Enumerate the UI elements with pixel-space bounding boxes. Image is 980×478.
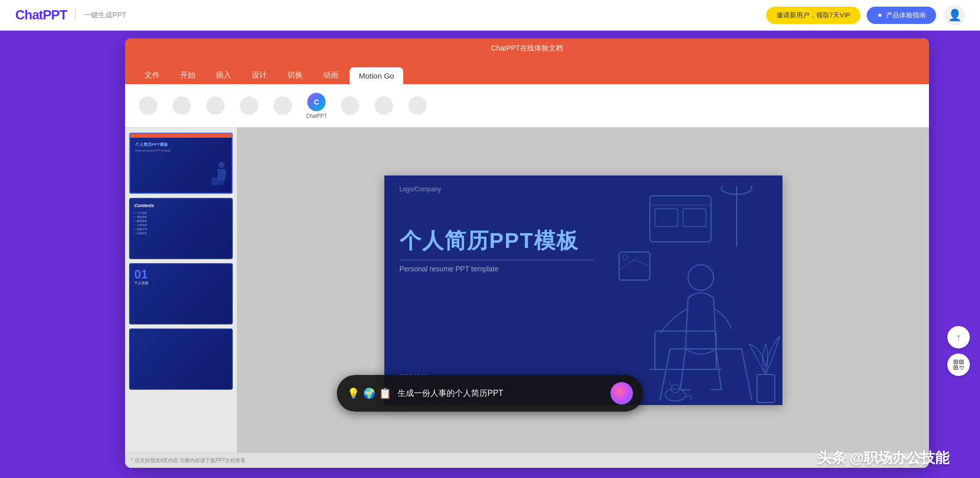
svg-point-17 [665, 389, 685, 401]
slide3-section-title: 个人信息 [134, 281, 228, 286]
slides-panel: 个人简历PPT模板 Personal resume PPT template C… [125, 128, 237, 452]
svg-rect-28 [960, 367, 961, 368]
svg-rect-29 [961, 369, 962, 370]
svg-rect-16 [757, 374, 775, 402]
menu-bar: 文件 开始 插入 设计 切换 动画 Motion Go [125, 59, 929, 84]
chatppt-ribbon-label: ChatPPT [306, 113, 327, 119]
slide2-item-2: 求职意向 [134, 215, 228, 218]
ribbon-icon-3[interactable] [203, 90, 228, 121]
slide4-content [130, 330, 232, 338]
svg-line-10 [634, 260, 650, 266]
slide2-item-5: 技能证书 [134, 228, 228, 231]
ribbon-icon-2[interactable] [169, 90, 194, 121]
svg-point-0 [218, 162, 225, 168]
slide-note: * 仅支持预览4页内容 完整内容请下载PPT文档查看 [131, 457, 246, 464]
bottom-bar: * 仅支持预览4页内容 完整内容请下载PPT文档查看 [125, 452, 929, 468]
svg-rect-25 [960, 366, 961, 367]
side-buttons: ↑ [947, 326, 970, 376]
svg-rect-3 [650, 196, 711, 242]
ribbon-icon-4[interactable] [236, 90, 262, 121]
title-bar: ChatPPT在线体验文档 [125, 38, 929, 59]
header-divider [75, 9, 76, 21]
qr-code-button[interactable] [947, 354, 970, 376]
svg-rect-22 [961, 361, 962, 363]
slide2-item-3: 教育背景 [134, 219, 228, 222]
background-illustration [609, 186, 782, 405]
slide-thumb-2[interactable]: Contents 个人信息 求职意向 教育背景 工作经历 技能证书 自我评价 [129, 198, 233, 259]
svg-rect-2 [211, 178, 224, 185]
slide2-item-6: 自我评价 [134, 232, 228, 235]
menu-file[interactable]: 文件 [135, 66, 169, 84]
svg-line-9 [619, 260, 634, 270]
star-icon: ★ [877, 11, 883, 19]
svg-rect-5 [655, 209, 678, 227]
svg-rect-30 [963, 367, 964, 368]
ribbon-icon-8[interactable] [371, 90, 397, 121]
slide3-number: 01 [134, 268, 228, 281]
chatppt-ribbon-logo: C [307, 93, 326, 111]
svg-point-13 [688, 265, 714, 290]
ribbon-icon-7[interactable] [337, 90, 363, 121]
menu-start[interactable]: 开始 [171, 66, 205, 84]
slide1-person-illustration [206, 160, 229, 190]
logo: ChatPPT [15, 7, 67, 23]
avatar[interactable]: 👤 [944, 5, 965, 26]
emoji-clipboard: 📋 [379, 387, 391, 399]
main-slide: Logo/Company 个人简历PPT模板 Personal resume P… [384, 175, 782, 405]
slide-thumb-3[interactable]: 01 个人信息 [129, 263, 233, 324]
document-title: ChatPPT在线体验文档 [491, 44, 563, 53]
chat-emoji-icons: 💡 🌍 📋 [347, 387, 391, 399]
slide2-item-4: 工作经历 [134, 223, 228, 227]
ribbon-circle-4 [240, 96, 258, 115]
menu-animation[interactable]: 动画 [314, 66, 348, 84]
main-slide-divider [400, 260, 594, 260]
slide2-contents-title: Contents [134, 203, 228, 208]
emoji-globe: 🌍 [363, 387, 376, 399]
slide-thumb-4[interactable] [129, 329, 233, 390]
ribbon-circle-3 [206, 96, 225, 115]
menu-motion-go[interactable]: Motion Go [350, 67, 403, 84]
ribbon-icon-chatppt[interactable]: C ChatPPT [304, 90, 329, 121]
ribbon-circle-9 [408, 96, 427, 115]
invite-button[interactable]: 邀请新用户，领取7天VIP [766, 7, 861, 24]
main-slide-subtitle: Personal resume PPT template [400, 265, 499, 273]
menu-design[interactable]: 设计 [242, 66, 276, 84]
chat-orb[interactable] [610, 382, 633, 405]
menu-switch[interactable]: 切换 [278, 66, 312, 84]
ribbon-circle-1 [139, 96, 157, 115]
emoji-bulb: 💡 [347, 387, 360, 399]
ribbon-circle-2 [173, 96, 191, 115]
ribbon-icon-1[interactable] [135, 90, 161, 121]
guide-button[interactable]: ★ 产品体验指南 [867, 7, 936, 24]
svg-rect-7 [619, 252, 650, 280]
ribbon-icon-9[interactable] [405, 90, 430, 121]
chat-prompt-text: 生成一份人事的个人简历PPT [398, 388, 604, 399]
menu-insert[interactable]: 插入 [207, 66, 240, 84]
main-slide-title: 个人简历PPT模板 [400, 227, 579, 255]
qr-code-icon [953, 360, 964, 370]
ribbon-icon-5[interactable] [270, 90, 296, 121]
slide2-item-1: 个人信息 [134, 211, 228, 214]
ribbon-circle-7 [341, 96, 359, 115]
scroll-up-button[interactable]: ↑ [947, 326, 970, 348]
svg-point-8 [623, 255, 628, 260]
header: ChatPPT 一键生成PPT 邀请新用户，领取7天VIP ★ 产品体验指南 👤 [0, 0, 980, 31]
svg-rect-6 [683, 209, 706, 227]
ribbon-circle-8 [375, 96, 393, 115]
chat-bar[interactable]: 💡 🌍 📋 生成一份人事的个人简历PPT [337, 375, 643, 412]
svg-rect-24 [955, 367, 957, 368]
svg-rect-26 [961, 366, 962, 367]
watermark: 头条 @职场办公技能 [817, 448, 949, 468]
svg-rect-27 [963, 366, 964, 367]
ribbon: C ChatPPT [125, 84, 929, 128]
main-slide-logo: Logo/Company [400, 186, 441, 193]
slide1-subtitle: Personal resume PPT template [135, 149, 227, 152]
slide-thumb-1[interactable]: 个人简历PPT模板 Personal resume PPT template [129, 133, 233, 194]
header-subtitle: 一键生成PPT [84, 11, 126, 20]
slide1-title: 个人简历PPT模板 [135, 142, 227, 147]
svg-rect-20 [955, 361, 957, 363]
ribbon-circle-5 [274, 96, 292, 115]
guide-label: 产品体验指南 [886, 11, 926, 20]
